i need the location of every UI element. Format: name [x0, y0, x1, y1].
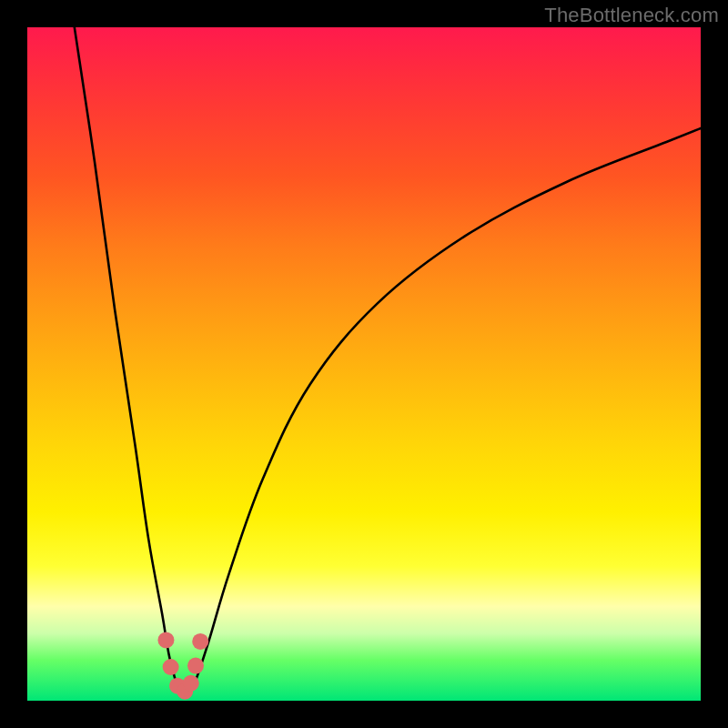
valley-marker: [183, 675, 199, 692]
curve-layer: [27, 27, 701, 701]
valley-marker: [192, 633, 208, 650]
valley-marker: [163, 659, 179, 675]
plot-area: [27, 27, 701, 701]
valley-marker: [157, 632, 174, 648]
curve-right-branch: [189, 128, 701, 694]
valley-marker: [187, 658, 204, 674]
valley-marker-group: [157, 632, 208, 699]
chart-frame: TheBottleneck.com: [0, 0, 728, 728]
watermark-text: TheBottleneck.com: [544, 4, 719, 27]
curve-left-branch: [75, 27, 179, 694]
